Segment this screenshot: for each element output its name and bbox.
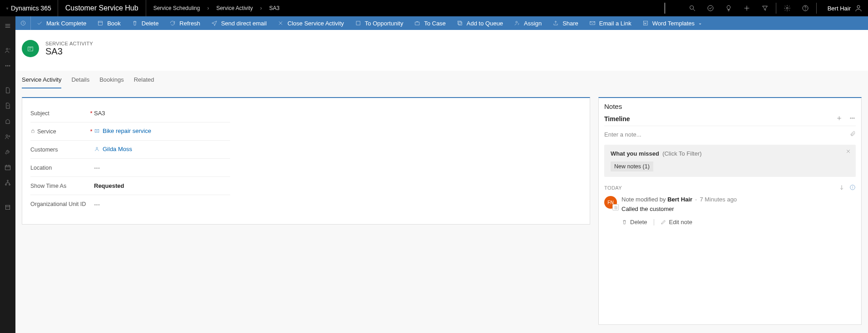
required-indicator: * [89,128,94,135]
tab-service-activity[interactable]: Service Activity [22,76,61,88]
breadcrumb-item[interactable]: SA3 [266,5,283,11]
nav-more-icon[interactable] [0,58,15,73]
gear-icon[interactable] [778,0,796,16]
breadcrumb-item[interactable]: Service Activity [212,5,256,11]
form-content: Subject * SA3 Service * Bike repair serv… [15,89,868,333]
svg-point-55 [853,186,853,186]
email-a-link-button[interactable]: Email a Link [584,16,637,30]
note-input[interactable]: Enter a note... [604,126,856,143]
tab-bookings[interactable]: Bookings [99,76,123,88]
info-icon[interactable] [849,184,856,191]
svg-point-12 [6,48,8,50]
nav-calendar-icon[interactable] [0,160,15,175]
site-map-rail [0,16,15,333]
chevron-down-icon [698,20,702,27]
field-show-time-as: Show Time As Requested [30,177,230,195]
to-case-button[interactable]: To Case [409,16,451,30]
field-value-link[interactable]: Bike repair service [94,127,151,134]
tab-related[interactable]: Related [134,76,154,88]
svg-rect-27 [5,205,10,209]
today-label: TODAY [604,185,622,191]
breadcrumb-item[interactable]: Service Scheduling [150,5,204,11]
edit-note-button[interactable]: Edit note [661,219,692,225]
svg-point-15 [9,65,10,66]
field-value[interactable]: SA3 [94,110,105,117]
svg-point-24 [7,180,9,181]
sort-icon[interactable] [838,184,845,191]
nav-app-icon[interactable] [0,200,15,215]
assign-button[interactable]: Assign [508,16,547,30]
global-nav-bar: Dynamics 365 Customer Service Hub Servic… [0,0,868,16]
product-logo[interactable]: Dynamics 365 [0,0,58,16]
nav-file2-icon[interactable] [0,98,15,113]
global-commands: Bert Hair [683,0,868,16]
label: Book [107,20,121,27]
share-button[interactable]: Share [547,16,584,30]
hamburger-icon[interactable] [0,18,15,34]
field-label: Service [37,128,56,135]
label: Send direct email [221,20,266,27]
delete-note-button[interactable]: Delete [621,219,647,225]
add-to-queue-button[interactable]: Add to Queue [451,16,508,30]
label: Close Service Activity [287,20,344,27]
user-menu[interactable]: Bert Hair [819,4,868,12]
svg-rect-40 [28,47,33,51]
timeline-note-item: FN Note modified by Bert Hair-7 Minutes … [604,196,856,212]
close-icon[interactable] [845,148,851,156]
app-name[interactable]: Customer Service Hub [58,0,146,16]
nav-tool-icon[interactable] [0,144,15,160]
field-label: Show Time As [30,183,66,189]
to-opportunity-button[interactable]: To Opportunity [350,16,409,30]
task-icon[interactable] [701,0,720,16]
close-service-activity-button[interactable]: Close Service Activity [272,16,349,30]
label: Share [562,20,578,27]
mark-complete-button[interactable]: Mark Complete [31,16,92,30]
label: Mark Complete [46,20,86,27]
filter-icon[interactable] [756,0,774,16]
search-icon[interactable] [683,0,701,16]
new-notes-chip[interactable]: New notes (1) [611,162,653,171]
field-value[interactable]: Requested [94,182,124,189]
svg-point-8 [857,5,860,8]
lightbulb-icon[interactable] [720,0,738,16]
field-label: Subject [30,110,49,117]
svg-point-2 [708,5,713,11]
svg-point-19 [9,136,10,137]
field-value[interactable]: --- [94,201,100,208]
nav-file-icon[interactable] [0,83,15,98]
label: Word Templates [652,20,695,27]
svg-point-44 [96,147,98,149]
record-header: SERVICE ACTIVITY SA3 [15,30,868,71]
field-value[interactable]: --- [94,164,100,171]
add-note-icon[interactable] [836,115,843,123]
refresh-button[interactable]: Refresh [164,16,206,30]
tab-details[interactable]: Details [71,76,89,88]
label: To Opportunity [365,20,404,27]
send-direct-email-button[interactable]: Send direct email [206,16,272,30]
recent-icon[interactable] [15,16,31,30]
svg-point-7 [805,10,805,10]
svg-rect-30 [98,21,102,25]
field-customers: Customers Gilda Moss [30,141,230,159]
divider [654,219,654,225]
add-icon[interactable] [738,0,756,16]
field-value-link[interactable]: Gilda Moss [94,146,132,152]
svg-rect-42 [95,129,99,132]
nav-hierarchy-icon[interactable] [0,175,15,191]
required-indicator: * [89,110,94,117]
attachment-icon[interactable] [850,131,856,138]
missed-heading: What you missed (Click To Filter) [611,150,849,157]
word-templates-button[interactable]: Word Templates [637,16,707,30]
chevron-right-icon [203,5,212,11]
field-subject: Subject * SA3 [30,104,230,122]
more-icon[interactable] [849,115,856,123]
help-icon[interactable] [796,0,814,16]
record-type-label: SERVICE ACTIVITY [45,41,93,46]
person-icon [854,4,863,12]
book-button[interactable]: Book [92,16,126,30]
nav-person-icon[interactable] [0,43,15,58]
nav-org-icon[interactable] [0,113,15,129]
svg-point-5 [786,7,788,9]
nav-people-icon[interactable] [0,129,15,144]
delete-button[interactable]: Delete [126,16,164,30]
